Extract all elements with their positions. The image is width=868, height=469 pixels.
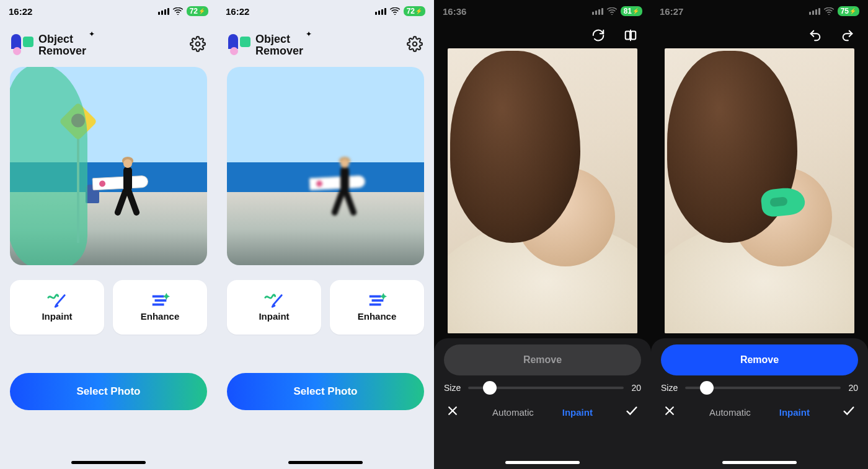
svg-marker-4 xyxy=(163,293,170,300)
tab-inpaint[interactable]: Inpaint xyxy=(562,407,593,418)
remove-button[interactable]: Remove xyxy=(661,344,858,375)
remove-label: Remove xyxy=(740,354,779,366)
screen-editor-painted: 16:27 75 Remove Size 20 xyxy=(651,0,868,469)
sparkle-icon: ✦ xyxy=(89,30,95,38)
size-label: Size xyxy=(444,383,461,393)
status-bar: 16:27 75 xyxy=(651,0,868,22)
inpaint-label: Inpaint xyxy=(259,311,289,322)
battery-indicator: 81 xyxy=(621,6,642,16)
enhance-label: Enhance xyxy=(141,311,180,322)
enhance-button[interactable]: Enhance xyxy=(113,280,207,335)
svg-rect-7 xyxy=(372,299,384,302)
preview-image[interactable] xyxy=(10,67,207,265)
battery-indicator: 72 xyxy=(404,6,425,16)
signal-icon xyxy=(592,8,603,15)
inpaint-icon xyxy=(264,292,284,309)
select-photo-label: Select Photo xyxy=(77,385,141,398)
svg-rect-3 xyxy=(153,304,164,306)
app-title-line1: Object xyxy=(255,33,303,45)
tab-automatic[interactable]: Automatic xyxy=(709,407,751,418)
signal-icon xyxy=(809,8,820,15)
tab-automatic[interactable]: Automatic xyxy=(492,407,534,418)
enhance-icon xyxy=(367,292,387,309)
inpaint-button[interactable]: Inpaint xyxy=(227,280,321,335)
app-logo: Object Remover ✦ xyxy=(228,33,303,57)
size-value: 20 xyxy=(848,383,858,393)
wifi-icon xyxy=(173,6,183,17)
editor-canvas[interactable] xyxy=(665,48,854,333)
close-button[interactable] xyxy=(446,405,460,419)
home-indicator[interactable] xyxy=(288,461,363,464)
settings-button[interactable] xyxy=(190,36,206,55)
wifi-icon xyxy=(390,6,400,17)
remove-label: Remove xyxy=(523,354,562,366)
select-photo-label: Select Photo xyxy=(294,385,358,398)
svg-rect-8 xyxy=(370,304,381,306)
screen-editor-idle: 16:36 81 Remove Size 20 xyxy=(434,0,651,469)
brush-size-slider[interactable] xyxy=(468,387,624,389)
status-bar: 16:36 81 xyxy=(434,0,651,22)
select-photo-button[interactable]: Select Photo xyxy=(10,373,207,410)
confirm-button[interactable] xyxy=(625,404,639,420)
app-title-line2: Remover xyxy=(38,45,86,57)
app-title-line2: Remover xyxy=(255,45,303,57)
editor-controls: Remove Size 20 Automatic Inpaint xyxy=(434,338,651,469)
preview-image[interactable] xyxy=(227,67,424,265)
close-button[interactable] xyxy=(663,405,677,419)
status-time: 16:27 xyxy=(660,6,683,17)
status-time: 16:36 xyxy=(443,6,466,17)
sparkle-icon: ✦ xyxy=(306,30,312,38)
home-indicator[interactable] xyxy=(722,461,797,464)
battery-indicator: 75 xyxy=(838,6,859,16)
enhance-button[interactable]: Enhance xyxy=(330,280,424,335)
screen-home-masked: 16:22 72 Object Remover ✦ xyxy=(0,0,217,469)
enhance-label: Enhance xyxy=(358,311,397,322)
mask-overlay xyxy=(10,67,87,265)
svg-rect-2 xyxy=(155,299,167,302)
size-label: Size xyxy=(661,383,678,393)
signal-icon xyxy=(158,8,169,15)
editor-canvas[interactable] xyxy=(448,48,637,333)
home-indicator[interactable] xyxy=(505,461,580,464)
select-photo-button[interactable]: Select Photo xyxy=(227,373,424,410)
inpaint-button[interactable]: Inpaint xyxy=(10,280,104,335)
wifi-icon xyxy=(607,6,617,17)
undo-button[interactable] xyxy=(808,28,822,42)
inpaint-label: Inpaint xyxy=(42,311,72,322)
signal-icon xyxy=(375,8,386,15)
status-bar: 16:22 72 xyxy=(0,0,217,22)
battery-indicator: 72 xyxy=(187,6,208,16)
home-indicator[interactable] xyxy=(71,461,146,464)
tab-inpaint[interactable]: Inpaint xyxy=(779,407,810,418)
svg-marker-9 xyxy=(380,293,387,300)
remove-button[interactable]: Remove xyxy=(444,344,641,375)
svg-rect-11 xyxy=(631,32,636,40)
settings-button[interactable] xyxy=(407,36,423,55)
svg-point-0 xyxy=(196,42,200,46)
svg-rect-1 xyxy=(153,296,164,298)
compare-button[interactable] xyxy=(624,28,637,42)
status-time: 16:22 xyxy=(226,6,249,17)
refresh-button[interactable] xyxy=(591,28,605,42)
enhance-icon xyxy=(150,292,170,309)
screen-home-clean: 16:22 72 Object Remover ✦ Inpaint xyxy=(217,0,434,469)
editor-controls: Remove Size 20 Automatic Inpaint xyxy=(651,338,868,469)
app-logo: Object Remover ✦ xyxy=(11,33,86,57)
status-time: 16:22 xyxy=(9,6,32,17)
svg-rect-6 xyxy=(370,296,381,298)
inpaint-icon xyxy=(47,292,67,309)
svg-point-5 xyxy=(413,42,417,46)
status-bar: 16:22 72 xyxy=(217,0,434,22)
redo-button[interactable] xyxy=(841,28,854,42)
wifi-icon xyxy=(824,6,834,17)
app-title-line1: Object xyxy=(38,33,86,45)
confirm-button[interactable] xyxy=(842,404,856,420)
svg-rect-10 xyxy=(626,32,630,40)
size-value: 20 xyxy=(631,383,641,393)
brush-size-slider[interactable] xyxy=(685,387,841,389)
